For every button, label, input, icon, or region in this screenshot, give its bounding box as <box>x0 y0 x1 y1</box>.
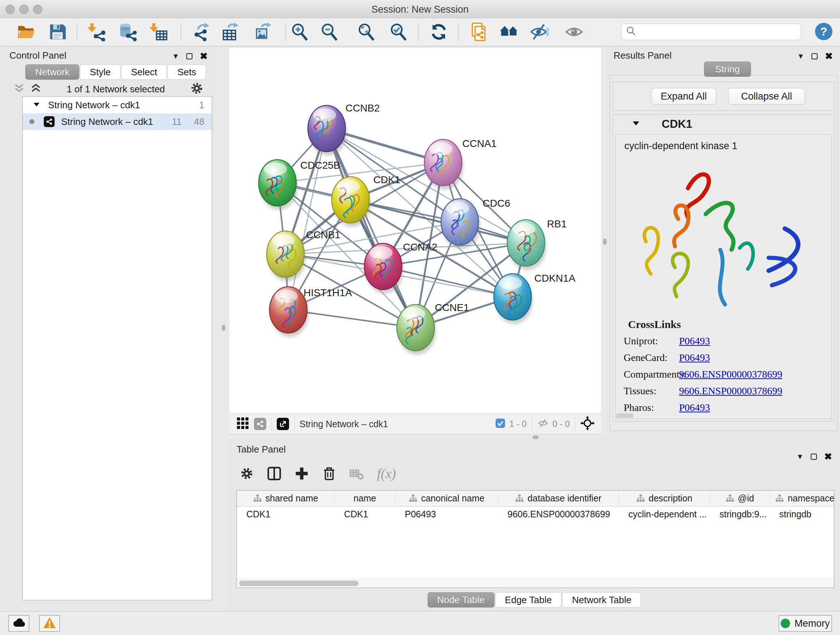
save-session-button[interactable] <box>48 22 67 41</box>
right-splitter-handle[interactable] <box>603 239 607 245</box>
expand-all-icon[interactable] <box>30 83 41 95</box>
import-network-button[interactable] <box>87 22 106 41</box>
delete-table-icon[interactable] <box>349 466 364 481</box>
panel-menu-icon[interactable]: ▼ <box>796 453 804 461</box>
panel-menu-icon[interactable]: ▼ <box>172 52 179 60</box>
table-settings-gear-icon[interactable] <box>240 466 254 481</box>
collapse-all-icon[interactable] <box>14 83 25 95</box>
export-image-button[interactable] <box>254 22 273 41</box>
open-session-button[interactable] <box>17 22 35 41</box>
zoom-selected-button[interactable] <box>389 22 408 41</box>
column-header-description[interactable]: description <box>619 491 710 506</box>
panel-close-icon[interactable]: ✖ <box>200 51 208 62</box>
cloud-status-button[interactable] <box>8 615 29 632</box>
tab-node-table[interactable]: Node Table <box>428 592 494 608</box>
column-header-shared-name[interactable]: shared name <box>237 491 335 506</box>
zoom-fit-button[interactable] <box>357 22 376 41</box>
panel-float-icon[interactable] <box>186 53 193 59</box>
tab-network-table[interactable]: Network Table <box>562 592 641 608</box>
function-builder-icon[interactable]: f(x) <box>377 466 396 481</box>
new-network-from-selection-button[interactable] <box>469 22 488 41</box>
network-collection-row[interactable]: String Network – cdk1 1 <box>23 97 212 113</box>
column-header--id[interactable]: @id <box>710 491 770 506</box>
selected-checkbox-icon[interactable] <box>495 418 506 430</box>
search-input[interactable] <box>639 27 801 37</box>
node-RB1[interactable]: RB1 <box>507 218 567 270</box>
table-hscrollbar[interactable] <box>237 579 834 587</box>
panel-menu-icon[interactable]: ▼ <box>797 52 804 60</box>
export-network-button[interactable] <box>193 22 212 41</box>
node-CDC6[interactable]: CDC6 <box>441 198 510 249</box>
export-network-icon <box>193 36 212 42</box>
memory-button[interactable]: Memory <box>778 615 832 632</box>
gene-panel-header[interactable]: CDK1 <box>613 115 834 134</box>
export-table-button[interactable] <box>221 22 240 41</box>
warnings-button[interactable] <box>39 615 60 632</box>
node-CCNE1[interactable]: CCNE1 <box>397 302 469 355</box>
table-row[interactable]: CDK1CDK1P064939606.ENSP00000378699cyclin… <box>237 507 834 522</box>
refresh-button[interactable] <box>429 22 448 41</box>
scrollbar-thumb[interactable] <box>239 581 358 586</box>
node-label-CDK1: CDK1 <box>373 174 401 185</box>
crosslink-value-link[interactable]: P06493 <box>679 402 710 413</box>
edge-CCNB2-HIST1H1A[interactable] <box>288 128 327 310</box>
import-network-from-database-button[interactable] <box>118 22 137 41</box>
crosslink-value-link[interactable]: 9606.ENSP00000378699 <box>679 385 782 397</box>
crosslink-value-link[interactable]: P06493 <box>679 335 710 347</box>
detach-view-icon[interactable] <box>277 418 289 430</box>
create-column-plus-icon[interactable] <box>294 466 309 481</box>
column-header-database-identifier[interactable]: database identifier <box>498 491 619 506</box>
network-view-title: String Network – cdk1 <box>300 419 388 429</box>
grid-view-icon[interactable] <box>237 417 249 431</box>
protein-structure-image <box>627 157 807 310</box>
column-header-canonical-name[interactable]: canonical name <box>395 491 498 506</box>
network-share-view-icon[interactable] <box>254 418 266 430</box>
panel-float-icon[interactable] <box>812 53 818 59</box>
panel-close-icon[interactable]: ✖ <box>824 451 832 462</box>
crosslink-value-link[interactable]: P06493 <box>679 352 710 363</box>
tab-edge-table[interactable]: Edge Table <box>495 592 562 608</box>
collapse-all-button[interactable]: Collapse All <box>728 88 805 105</box>
tab-network[interactable]: Network <box>25 65 79 80</box>
column-header-name[interactable]: name <box>335 491 395 506</box>
delete-column-trash-icon[interactable] <box>322 466 336 481</box>
node-CCNB2[interactable]: CCNB2 <box>308 103 380 156</box>
node-CCNA1[interactable]: CCNA1 <box>424 138 497 190</box>
zoom-out-button[interactable] <box>320 22 339 41</box>
show-all-button[interactable] <box>565 22 584 41</box>
show-columns-icon[interactable] <box>267 466 281 481</box>
column-header-namespace[interactable]: namespace <box>770 491 834 506</box>
node-label-CDC6: CDC6 <box>483 198 510 209</box>
tab-style[interactable]: Style <box>80 65 120 80</box>
node-CDK1[interactable]: CDK1 <box>332 174 401 227</box>
toolbar-search[interactable] <box>621 24 801 40</box>
tab-select[interactable]: Select <box>121 65 167 80</box>
panel-float-icon[interactable] <box>811 454 817 460</box>
help-button[interactable]: ? <box>815 23 832 40</box>
string-home-button[interactable] <box>500 22 518 41</box>
zoom-in-button[interactable] <box>290 22 309 41</box>
node-HIST1H1A[interactable]: HIST1H1A <box>270 287 352 337</box>
tab-sets[interactable]: Sets <box>167 65 206 80</box>
string-network-graph[interactable]: CCNB2CCNA1CDC25BCDK1CDC6RB1CCNB1CCNA2CDK… <box>229 48 601 413</box>
import-table-button[interactable] <box>149 22 168 41</box>
node-table: shared namenamecanonical namedatabase id… <box>237 490 834 588</box>
birdseye-navigator-icon[interactable] <box>580 416 595 432</box>
hide-selected-button[interactable] <box>530 22 549 41</box>
mini-scrollbar[interactable] <box>616 413 633 418</box>
collapse-triangle-icon[interactable] <box>632 119 640 129</box>
node-CDKN1A[interactable]: CDKN1A <box>494 272 576 324</box>
table-tabs: Node TableEdge TableNetwork Table <box>229 592 840 608</box>
panel-close-icon[interactable]: ✖ <box>825 51 833 62</box>
tree-expander-icon[interactable] <box>33 100 40 111</box>
crosslink-value-link[interactable]: 9606.ENSP00000378699 <box>679 369 782 380</box>
hidden-eye-slash-icon[interactable] <box>537 417 549 431</box>
expand-all-button[interactable]: Expand All <box>651 88 716 105</box>
tab-string[interactable]: String <box>704 62 751 77</box>
network-row[interactable]: String Network – cdk1 11 48 <box>23 113 212 130</box>
bottom-splitter-handle[interactable] <box>532 435 538 439</box>
node-CDC25B[interactable]: CDC25B <box>259 160 340 210</box>
left-splitter-handle[interactable] <box>222 325 225 331</box>
network-view-canvas[interactable]: CCNB2CCNA1CDC25BCDK1CDC6RB1CCNB1CCNA2CDK… <box>229 48 601 413</box>
gear-icon[interactable] <box>190 82 203 96</box>
